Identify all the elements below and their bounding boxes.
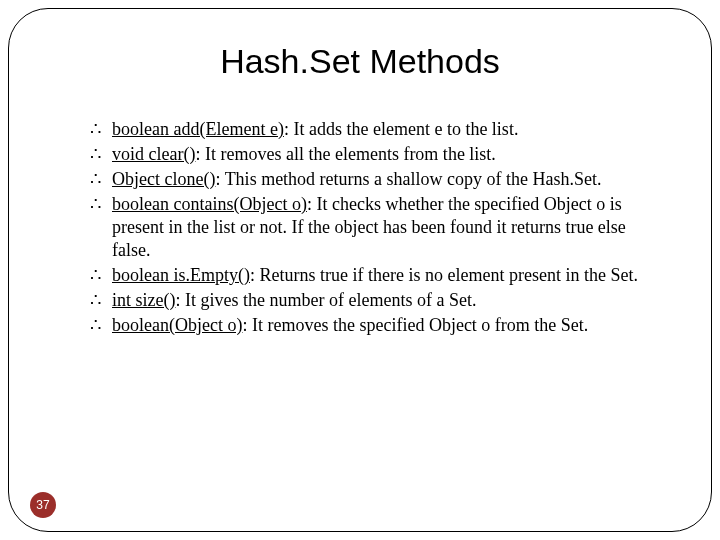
list-item: ∴boolean(Object o): It removes the speci… xyxy=(90,314,660,337)
slide-body: ∴boolean add(Element e): It adds the ele… xyxy=(90,118,660,339)
list-item: ∴int size(): It gives the number of elem… xyxy=(90,289,660,312)
bullet-icon: ∴ xyxy=(90,193,112,216)
method-description: : It adds the element e to the list. xyxy=(284,119,518,139)
list-item-text: boolean contains(Object o): It checks wh… xyxy=(112,193,660,262)
method-signature: int size() xyxy=(112,290,175,310)
list-item: ∴Object clone(): This method returns a s… xyxy=(90,168,660,191)
bullet-icon: ∴ xyxy=(90,168,112,191)
method-description: : It gives the number of elements of a S… xyxy=(175,290,476,310)
list-item-text: void clear(): It removes all the element… xyxy=(112,143,660,166)
bullet-icon: ∴ xyxy=(90,264,112,287)
list-item: ∴boolean is.Empty(): Returns true if the… xyxy=(90,264,660,287)
method-signature: Object clone() xyxy=(112,169,215,189)
slide: Hash.Set Methods ∴boolean add(Element e)… xyxy=(0,0,720,540)
method-description: : It removes the specified Object o from… xyxy=(242,315,588,335)
method-description: : Returns true if there is no element pr… xyxy=(250,265,638,285)
list-item: ∴void clear(): It removes all the elemen… xyxy=(90,143,660,166)
method-signature: boolean(Object o) xyxy=(112,315,242,335)
list-item-text: boolean add(Element e): It adds the elem… xyxy=(112,118,660,141)
bullet-icon: ∴ xyxy=(90,143,112,166)
list-item-text: int size(): It gives the number of eleme… xyxy=(112,289,660,312)
bullet-icon: ∴ xyxy=(90,314,112,337)
list-item-text: boolean is.Empty(): Returns true if ther… xyxy=(112,264,660,287)
list-item: ∴boolean contains(Object o): It checks w… xyxy=(90,193,660,262)
page-number-badge: 37 xyxy=(30,492,56,518)
list-item: ∴boolean add(Element e): It adds the ele… xyxy=(90,118,660,141)
list-item-text: Object clone(): This method returns a sh… xyxy=(112,168,660,191)
slide-title: Hash.Set Methods xyxy=(0,42,720,81)
bullet-icon: ∴ xyxy=(90,118,112,141)
method-signature: void clear() xyxy=(112,144,195,164)
method-signature: boolean add(Element e) xyxy=(112,119,284,139)
method-signature: boolean is.Empty() xyxy=(112,265,250,285)
page-number: 37 xyxy=(36,498,49,512)
list-item-text: boolean(Object o): It removes the specif… xyxy=(112,314,660,337)
method-description: : This method returns a shallow copy of … xyxy=(215,169,601,189)
bullet-icon: ∴ xyxy=(90,289,112,312)
method-signature: boolean contains(Object o) xyxy=(112,194,307,214)
method-description: : It removes all the elements from the l… xyxy=(195,144,495,164)
